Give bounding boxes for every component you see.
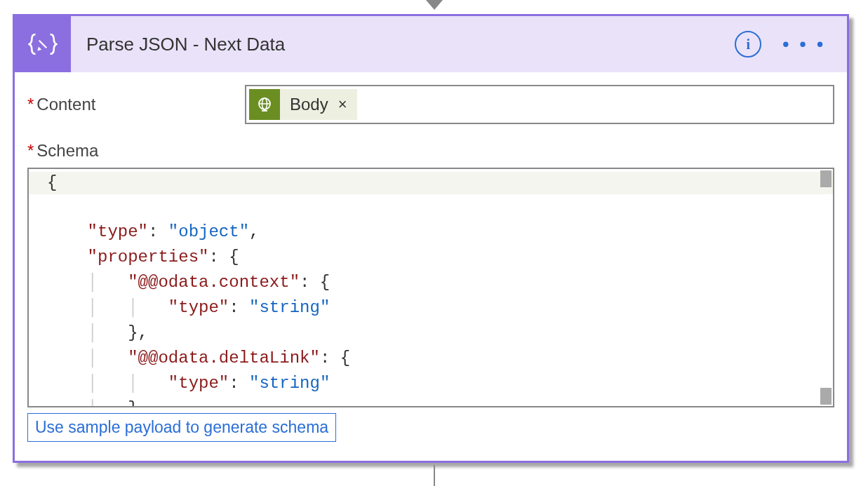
scrollbar-thumb[interactable] xyxy=(820,170,832,187)
info-icon[interactable]: i xyxy=(735,31,761,58)
content-label: *Content xyxy=(27,95,245,114)
card-header[interactable]: Parse JSON - Next Data i • • • xyxy=(15,16,847,72)
parse-json-icon xyxy=(15,16,71,72)
body-token[interactable]: Body × xyxy=(249,89,357,120)
token-label: Body xyxy=(280,95,338,114)
card-title: Parse JSON - Next Data xyxy=(86,34,285,55)
card-body: *Content Body × xyxy=(15,72,847,454)
flow-arrow-down-icon xyxy=(426,0,443,10)
token-remove-icon[interactable]: × xyxy=(338,95,357,114)
flow-connector-line xyxy=(434,465,435,486)
scrollbar-thumb[interactable] xyxy=(820,388,832,405)
globe-icon xyxy=(249,89,280,120)
content-field-row: *Content Body × xyxy=(27,85,834,124)
schema-label: *Schema xyxy=(27,141,834,161)
parse-json-action-card: Parse JSON - Next Data i • • • *Content xyxy=(13,14,849,463)
content-input[interactable]: Body × xyxy=(245,85,834,124)
schema-code[interactable]: { "type": "object", "properties": { │ "@… xyxy=(29,169,833,406)
use-sample-payload-link[interactable]: Use sample payload to generate schema xyxy=(27,413,336,442)
schema-editor[interactable]: { "type": "object", "properties": { │ "@… xyxy=(27,168,834,407)
more-menu-button[interactable]: • • • xyxy=(782,34,826,55)
